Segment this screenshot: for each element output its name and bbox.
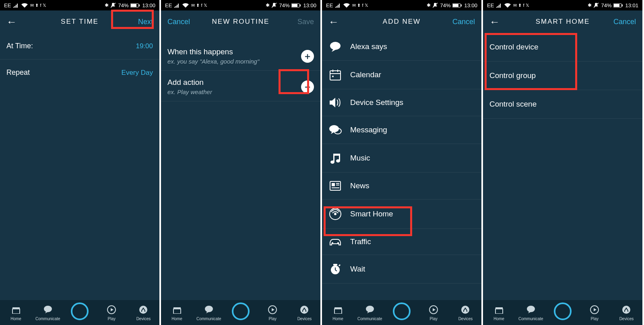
option-label: Wait <box>350 265 365 274</box>
communicate-icon <box>365 304 375 315</box>
option-volume[interactable]: Device Settings <box>322 89 481 116</box>
add-trigger-button[interactable]: ＋ <box>301 50 314 63</box>
battery-icon <box>130 3 140 8</box>
svg-rect-35 <box>332 183 335 186</box>
svg-point-32 <box>330 160 334 164</box>
svg-point-40 <box>334 213 336 215</box>
tab-devices[interactable]: Devices <box>289 300 320 325</box>
svg-rect-46 <box>334 309 342 314</box>
tab-play[interactable]: Play <box>418 300 450 325</box>
signal-icon <box>13 3 19 8</box>
tab-home[interactable]: Home <box>0 300 32 325</box>
dnd-icon <box>594 3 599 8</box>
plus-icon: ＋ <box>303 81 312 93</box>
repeat-row[interactable]: Repeat Every Day <box>0 60 159 86</box>
clock-label: 13:00 <box>464 2 477 8</box>
tab-play[interactable]: Play <box>257 300 289 325</box>
tab-communicate[interactable]: Communicate <box>515 300 547 325</box>
status-bar: EE ✉ ⬆ f 𝕏 ✱ 74% 13:01 <box>483 0 642 10</box>
play-icon <box>107 304 116 315</box>
next-button[interactable]: Next <box>138 18 153 26</box>
svg-rect-30 <box>333 154 334 162</box>
tab-home[interactable]: Home <box>483 300 515 325</box>
tab-communicate[interactable]: Communicate <box>354 300 386 325</box>
tab-play[interactable]: Play <box>96 300 128 325</box>
tab-devices[interactable]: Devices <box>450 300 481 325</box>
tab-home[interactable]: Home <box>322 300 354 325</box>
tab-devices-label: Devices <box>619 317 634 321</box>
tab-bar: Home Communicate Play Devices <box>161 300 320 325</box>
battery-icon <box>291 3 301 8</box>
tab-devices[interactable]: Devices <box>611 300 642 325</box>
alexa-ring-icon <box>554 302 572 320</box>
option-music[interactable]: Music <box>322 144 481 173</box>
svg-rect-3 <box>139 4 140 6</box>
wifi-icon <box>21 3 28 8</box>
svg-rect-14 <box>173 307 181 309</box>
tab-bar: Home Communicate Play Devices <box>0 300 159 325</box>
battery-percent: 74% <box>279 2 289 8</box>
cancel-button[interactable]: Cancel <box>613 18 636 26</box>
dnd-icon <box>433 3 438 8</box>
svg-rect-47 <box>334 307 342 309</box>
back-icon[interactable]: ← <box>489 16 500 27</box>
option-label: News <box>350 181 369 190</box>
cancel-button[interactable]: Cancel <box>167 18 190 26</box>
back-icon[interactable]: ← <box>6 16 17 27</box>
svg-rect-23 <box>330 71 341 80</box>
screen-add-new: EE ✉ ⬆ f 𝕏 ✱ 74% 13:00 ← ADD NEW Cancel … <box>322 0 481 325</box>
traffic-icon <box>328 237 342 247</box>
option-list: Control deviceControl groupControl scene <box>483 33 642 119</box>
tab-communicate[interactable]: Communicate <box>32 300 64 325</box>
battery-icon <box>452 3 462 8</box>
tab-play[interactable]: Play <box>579 300 611 325</box>
tab-home[interactable]: Home <box>161 300 193 325</box>
communicate-icon <box>43 304 53 315</box>
tab-home-label: Home <box>10 317 21 321</box>
battery-icon <box>613 3 623 8</box>
when-section[interactable]: When this happens ex. you say "Alexa, go… <box>161 40 320 71</box>
tab-play-label: Play <box>268 317 276 321</box>
action-section[interactable]: Add action ex. Play weather ＋ <box>161 71 320 101</box>
svg-rect-2 <box>131 4 136 7</box>
repeat-value: Every Day <box>122 69 153 77</box>
tab-alexa[interactable] <box>64 300 95 325</box>
svg-rect-55 <box>495 309 503 314</box>
option-messaging[interactable]: Messaging <box>322 116 481 144</box>
messaging-icon <box>328 124 342 136</box>
at-time-value: 19:00 <box>136 42 153 50</box>
tab-communicate-label: Communicate <box>196 317 221 321</box>
wifi-icon <box>182 3 189 8</box>
screen-set-time: EE ✉ ⬆ f 𝕏 ✱ 74% 13:00 ← SET TIME Next <box>0 0 159 325</box>
tab-alexa[interactable] <box>547 300 578 325</box>
option-traffic[interactable]: Traffic <box>322 229 481 255</box>
option-speech[interactable]: Alexa says <box>322 33 481 61</box>
option-wait[interactable]: Wait <box>322 255 481 284</box>
cancel-button[interactable]: Cancel <box>452 18 475 26</box>
option-calendar[interactable]: Calendar <box>322 61 481 89</box>
tab-devices[interactable]: Devices <box>128 300 159 325</box>
action-hint: ex. Play weather <box>167 88 212 95</box>
tab-play-label: Play <box>429 317 437 321</box>
tab-alexa[interactable] <box>386 300 417 325</box>
devices-icon <box>299 304 309 315</box>
smart-home-option[interactable]: Control scene <box>483 90 642 119</box>
status-bar: EE ✉ ⬆ f 𝕏 ✱ 74% 13:00 <box>322 0 481 10</box>
svg-line-45 <box>339 265 340 266</box>
at-time-row[interactable]: At Time: 19:00 <box>0 33 159 60</box>
status-glyphs-icon: ✉ ⬆ f 𝕏 <box>513 3 529 8</box>
smart-home-option[interactable]: Control group <box>483 62 642 90</box>
status-bar: EE ✉ ⬆ f 𝕏 ✱ 74% 13:00 <box>0 0 159 10</box>
tab-devices-label: Devices <box>136 317 151 321</box>
add-action-button[interactable]: ＋ <box>301 80 314 93</box>
page-title: SET TIME <box>38 18 122 26</box>
svg-rect-21 <box>461 4 462 6</box>
tab-communicate[interactable]: Communicate <box>193 300 225 325</box>
tab-alexa[interactable] <box>225 300 256 325</box>
option-label: Messaging <box>350 125 387 134</box>
smart-home-option[interactable]: Control device <box>483 33 642 62</box>
svg-point-22 <box>330 42 341 50</box>
back-icon[interactable]: ← <box>328 16 339 27</box>
option-news[interactable]: News <box>322 173 481 200</box>
option-smarthome[interactable]: Smart Home <box>322 200 481 229</box>
